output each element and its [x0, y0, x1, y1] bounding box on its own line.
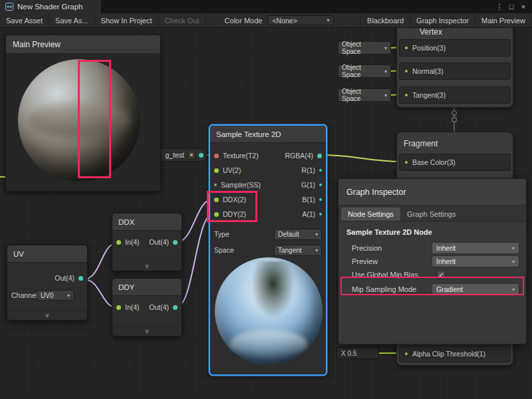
space-dropdown[interactable]: Tangent ▾ — [274, 245, 322, 256]
rgba-out-label: RGBA(4) — [285, 152, 313, 160]
base-color-port-dot[interactable] — [405, 161, 408, 164]
tree-silhouette — [251, 261, 295, 317]
ddx-in-port[interactable] — [214, 198, 219, 202]
normal-port-dot[interactable] — [405, 70, 408, 72]
ddx-out-port[interactable] — [173, 240, 178, 245]
alpha-clip-port-dot[interactable] — [405, 352, 408, 355]
save-as-button[interactable]: Save As... — [49, 13, 95, 27]
sample-node-preview — [215, 257, 323, 365]
g-out-label: G(1) — [301, 181, 315, 189]
object-space-dropdown-normal[interactable]: Object Space ▾ — [338, 65, 391, 78]
uv-in-label: UV(2) — [223, 166, 241, 174]
precision-value: Inherit — [436, 244, 456, 252]
mip-mode-label: Mip Sampling Mode — [346, 285, 416, 293]
ddy-node[interactable]: DDY In(4) Out(4) ∨ — [112, 278, 182, 336]
vertex-block[interactable]: Vertex Position(3) Normal(3) Tangent(3) — [396, 28, 513, 108]
preview-value: Inherit — [436, 257, 456, 265]
link-dot-bottom — [452, 118, 457, 122]
g-out-port[interactable] — [319, 184, 322, 186]
save-asset-button[interactable]: Save Asset — [0, 13, 49, 27]
precision-label: Precision — [346, 244, 382, 252]
mip-mode-dropdown[interactable]: Gradient ▾ — [432, 283, 519, 295]
graph-tab-title: New Shader Graph — [17, 3, 82, 11]
check-out-button: Check Out — [159, 13, 206, 27]
fragment-row-alpha-clip[interactable]: Alpha Clip Threshold(1) — [399, 345, 511, 362]
position-port-dot[interactable] — [405, 47, 408, 49]
ddy-node-title: DDY — [112, 279, 182, 296]
close-icon[interactable]: × — [517, 3, 529, 11]
preview-dropdown[interactable]: Inherit ▾ — [432, 255, 519, 267]
ddx-in-label: DDX(2) — [223, 196, 246, 203]
base-color-port-label: Base Color(3) — [412, 158, 456, 166]
sample-type-row: Type Default ▾ — [214, 227, 322, 241]
ddy-out-port[interactable] — [173, 305, 178, 310]
alpha-clip-value-field[interactable]: X 0.5 — [336, 347, 379, 359]
uv-channel-dropdown[interactable]: UV0 ▾ — [37, 290, 74, 301]
color-mode-value: <None> — [272, 17, 297, 25]
sampler-in-port[interactable] — [214, 184, 217, 186]
main-preview-toggle-button[interactable]: Main Preview — [475, 13, 532, 27]
color-mode-dropdown[interactable]: <None> ▾ — [267, 15, 334, 25]
b-out-port[interactable] — [319, 198, 322, 201]
main-preview-panel[interactable]: Main Preview — [5, 35, 161, 192]
vertex-row-position[interactable]: Position(3) — [399, 39, 511, 57]
mip-mode-value: Gradient — [436, 285, 463, 293]
uv-out-label: Out(4) — [55, 274, 74, 282]
main-preview-body — [6, 54, 160, 191]
graph-inspector-panel[interactable]: Graph Inspector Node Settings Graph Sett… — [338, 178, 527, 344]
collapse-chevron-icon[interactable]: ∨ — [7, 310, 87, 320]
a-out-port[interactable] — [319, 213, 322, 215]
more-menu-icon[interactable]: ⋮ — [493, 3, 505, 11]
ddx-in-port[interactable] — [116, 240, 121, 245]
horizon-band — [28, 103, 131, 138]
tab-graph-settings[interactable]: Graph Settings — [400, 207, 462, 221]
r-out-port[interactable] — [319, 169, 322, 172]
shader-graph-window: New Shader Graph ⋮ □ × Save Asset Save A… — [0, 0, 532, 399]
texture-in-port[interactable] — [214, 154, 219, 158]
wire-rgba-to-basecolor[interactable] — [321, 155, 402, 162]
collapse-chevron-icon[interactable]: ∨ — [112, 326, 182, 336]
collapse-chevron-icon[interactable]: ∨ — [112, 261, 182, 271]
graph-canvas[interactable]: Vertex Position(3) Normal(3) Tangent(3) … — [0, 28, 532, 399]
uv-out-row: Out(4) — [11, 271, 83, 285]
tab-node-settings[interactable]: Node Settings — [341, 207, 400, 221]
link-dot-top — [452, 111, 457, 116]
mip-bias-checkbox[interactable]: ✓ — [437, 271, 446, 279]
uv-out-port[interactable] — [78, 276, 83, 281]
maximize-icon[interactable]: □ — [505, 3, 517, 11]
inspector-node-title: Sample Texture 2D Node — [346, 228, 432, 236]
ddy-in-port[interactable] — [214, 212, 219, 217]
ddy-port-row: In(4) Out(4) — [116, 300, 178, 315]
vertex-row-tangent[interactable]: Tangent(3) — [399, 86, 511, 104]
sample-texture-2d-node[interactable]: Sample Texture 2D Texture(T2) RGBA(4) UV… — [209, 125, 327, 375]
preview-row: Preview Inherit ▾ — [346, 255, 519, 268]
property-output-port[interactable] — [199, 153, 203, 158]
precision-dropdown[interactable]: Inherit ▾ — [432, 242, 519, 254]
property-badge — [188, 150, 196, 160]
property-badge-dot — [190, 154, 193, 156]
a-out-label: A(1) — [302, 210, 315, 218]
r-out-label: R(1) — [302, 166, 315, 174]
graph-tab[interactable]: New Shader Graph — [0, 0, 102, 13]
type-value: Default — [278, 231, 299, 238]
show-in-project-button[interactable]: Show In Project — [95, 13, 159, 27]
position-port-label: Position(3) — [412, 44, 446, 52]
graph-inspector-toggle-button[interactable]: Graph Inspector — [410, 13, 475, 27]
check-icon: ✓ — [438, 271, 444, 279]
toolbar: Save Asset Save As... Show In Project Ch… — [0, 13, 532, 28]
fragment-block-title: Fragment — [404, 139, 438, 148]
uv-node[interactable]: UV Out(4) Channel UV0 ▾ ∨ — [7, 245, 88, 321]
ddx-node[interactable]: DDX In(4) Out(4) ∨ — [112, 213, 182, 271]
uv-in-port[interactable] — [214, 168, 219, 173]
rgba-out-port[interactable] — [317, 154, 322, 158]
tangent-port-dot[interactable] — [405, 94, 408, 96]
sample-space-row: Space Tangent ▾ — [214, 243, 322, 257]
ddy-in-port[interactable] — [116, 305, 121, 310]
type-dropdown[interactable]: Default ▾ — [274, 229, 322, 240]
object-space-dropdown-position[interactable]: Object Space ▾ — [338, 41, 391, 55]
object-space-dropdown-tangent[interactable]: Object Space ▾ — [338, 88, 391, 102]
blackboard-toggle-button[interactable]: Blackboard — [360, 13, 410, 27]
fragment-row-base-color[interactable]: Base Color(3) — [399, 154, 511, 171]
ddy-in-label: In(4) — [125, 303, 140, 311]
vertex-row-normal[interactable]: Normal(3) — [399, 63, 511, 80]
